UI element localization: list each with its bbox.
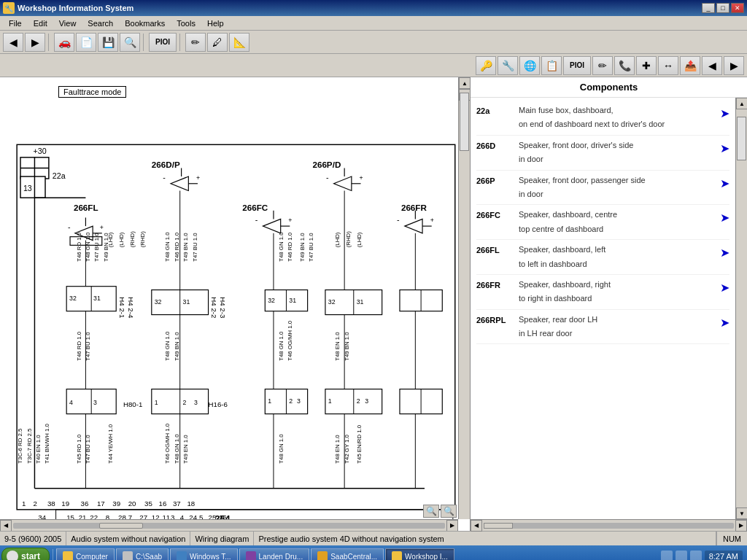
comp-arrow-22a[interactable]: ➤: [720, 105, 729, 120]
comp-arrow-266fr[interactable]: ➤: [720, 279, 729, 295]
taskbar-landen[interactable]: Landen Dru...: [239, 548, 310, 560]
taskbar-saab[interactable]: C:\Saab: [116, 548, 169, 560]
menu-file[interactable]: File: [3, 18, 28, 29]
svg-text:T48 GN 1.0: T48 GN 1.0: [174, 434, 180, 464]
menu-bookmarks[interactable]: Bookmarks: [119, 18, 171, 29]
comp-arrow-266fc[interactable]: ➤: [720, 209, 729, 225]
svg-text:T49 EN 1.0: T49 EN 1.0: [182, 435, 189, 464]
svg-text:4: 4: [69, 399, 73, 406]
tb2-phone-btn[interactable]: 📞: [614, 56, 635, 75]
panel-scroll-up[interactable]: ▲: [736, 98, 747, 109]
maximize-button[interactable]: □: [716, 3, 729, 13]
pioi-button[interactable]: PIOI: [149, 33, 177, 52]
comp-desc-266fc: Speaker, dashboard, centre top centre of…: [519, 209, 714, 235]
tb2-export-btn[interactable]: 📤: [680, 56, 700, 75]
comp-code-266fl: 266FL: [476, 244, 513, 254]
minimize-button[interactable]: _: [702, 3, 715, 13]
svg-text:(RHD): (RHD): [345, 231, 352, 247]
taskbar-computer[interactable]: Computer: [56, 548, 115, 560]
svg-text:(LHD): (LHD): [118, 232, 125, 247]
panel-horizontal-scrollbar[interactable]: ◀ ▶: [471, 519, 747, 531]
back-button[interactable]: ◀: [3, 33, 23, 52]
tb2-pioi-btn[interactable]: PIOI: [563, 56, 591, 75]
doc-button[interactable]: 📄: [76, 33, 96, 52]
tb2-prev-btn[interactable]: ◀: [702, 56, 722, 75]
comp-desc-266p: Speaker, front door, passenger side in d…: [519, 175, 714, 201]
menu-edit[interactable]: Edit: [28, 18, 53, 29]
menu-view[interactable]: View: [53, 18, 82, 29]
forward-button[interactable]: ▶: [25, 33, 45, 52]
svg-text:T48 EN 1.0: T48 EN 1.0: [334, 332, 341, 361]
svg-text:T48 GN 1.0: T48 GN 1.0: [164, 232, 171, 262]
tool-button[interactable]: 📐: [229, 33, 249, 52]
toolbar-sep-3: [179, 34, 182, 51]
scroll-thumb[interactable]: [99, 523, 143, 529]
close-button[interactable]: ✕: [731, 3, 744, 13]
start-button[interactable]: start: [1, 548, 50, 560]
comp-arrow-266d[interactable]: ➤: [720, 140, 729, 155]
zoom-out-button[interactable]: 🔍: [423, 505, 439, 518]
highlight-button[interactable]: ✏: [185, 33, 206, 52]
panel-vertical-scrollbar[interactable]: ▲ ▼: [735, 98, 747, 519]
svg-text:20: 20: [128, 499, 136, 508]
system-clock: 8:27 AM: [705, 551, 743, 560]
tb2-next-btn[interactable]: ▶: [724, 56, 744, 75]
comp-arrow-266p[interactable]: ➤: [720, 175, 729, 190]
diagram-vertical-scrollbar[interactable]: ▲ ▼: [458, 77, 470, 519]
tb2-clip-btn[interactable]: 📋: [541, 56, 562, 75]
svg-text:266FL: 266FL: [74, 203, 98, 212]
svg-text:T46 RD 1.0: T46 RD 1.0: [174, 232, 180, 261]
comp-code-266d: 266D: [476, 140, 513, 150]
svg-text:T46 RD 1.0: T46 RD 1.0: [76, 232, 82, 261]
panel-scroll-right[interactable]: ▶: [735, 520, 747, 532]
tb2-move-btn[interactable]: ↔: [658, 56, 678, 75]
svg-text:T40 EN 1.0: T40 EN 1.0: [35, 435, 42, 464]
tb2-key-btn[interactable]: 🔑: [476, 56, 496, 75]
menu-tools[interactable]: Tools: [171, 18, 201, 29]
svg-text:1: 1: [328, 397, 332, 405]
svg-text:T48 GN 1.0: T48 GN 1.0: [278, 232, 285, 262]
svg-text:T45 EN/RD 1.0: T45 EN/RD 1.0: [356, 424, 363, 463]
systray-sound-icon: [676, 551, 687, 560]
search-button[interactable]: 🔍: [120, 33, 140, 52]
panel-scroll-down[interactable]: ▼: [736, 508, 747, 519]
comp-code-266fr: 266FR: [476, 279, 513, 289]
diagram-horizontal-scrollbar[interactable]: ◀ ▶: [0, 519, 458, 531]
tb2-wrench-btn[interactable]: 🔧: [498, 56, 518, 75]
tb2-globe-btn[interactable]: 🌐: [519, 56, 540, 75]
zoom-in-button[interactable]: 🔍: [441, 505, 457, 518]
comp-code-266fc: 266FC: [476, 209, 513, 219]
component-item-266fl: 266FL Speaker, dashboard, left to left i…: [476, 240, 729, 275]
svg-text:31: 31: [357, 298, 364, 306]
svg-text:-: -: [397, 215, 400, 224]
menu-help[interactable]: Help: [201, 18, 230, 29]
svg-text:35: 35: [144, 499, 152, 508]
scroll-right-button[interactable]: ▶: [446, 520, 458, 532]
svg-text:+: +: [196, 174, 200, 182]
menu-search[interactable]: Search: [82, 18, 119, 29]
comp-arrow-266fl[interactable]: ➤: [720, 244, 729, 260]
svg-text:37: 37: [173, 499, 181, 508]
comp-arrow-266rpl[interactable]: ➤: [720, 314, 729, 330]
taskbar-landen-label: Landen Dru...: [259, 553, 303, 561]
scroll-left-button[interactable]: ◀: [0, 520, 12, 532]
save-button[interactable]: 💾: [98, 33, 118, 52]
car-button[interactable]: 🚗: [54, 33, 74, 52]
components-panel: Components 22a Main fuse box, dashboard,…: [471, 77, 747, 531]
tb2-edit-btn[interactable]: ✏: [592, 56, 613, 75]
pen-button[interactable]: 🖊: [207, 33, 228, 52]
component-item-266p: 266P Speaker, front door, passenger side…: [476, 171, 729, 206]
component-item-266rpl: 266RPL Speaker, rear door LH in LH rear …: [476, 310, 729, 345]
taskbar-workshop[interactable]: Workshop I...: [385, 548, 454, 560]
diagram-panel: Faulttrace mode +30 22a 13 266FL: [0, 77, 471, 531]
svg-text:2: 2: [289, 397, 293, 405]
scroll-up-button[interactable]: ▲: [459, 77, 471, 89]
tb2-cross-btn[interactable]: ✚: [636, 56, 657, 75]
comp-desc-266d: Speaker, front door, driver's side in do…: [519, 140, 714, 166]
svg-text:T47 BU 1.0: T47 BU 1.0: [93, 233, 100, 262]
taskbar-saabcentral[interactable]: SaabCentral...: [311, 548, 384, 560]
taskbar-windows[interactable]: Windows T...: [170, 548, 238, 560]
svg-text:T47 BU 1.0: T47 BU 1.0: [192, 233, 198, 262]
svg-text:H4 2-3: H4 2-3: [219, 297, 227, 318]
panel-scroll-left[interactable]: ◀: [471, 520, 482, 532]
